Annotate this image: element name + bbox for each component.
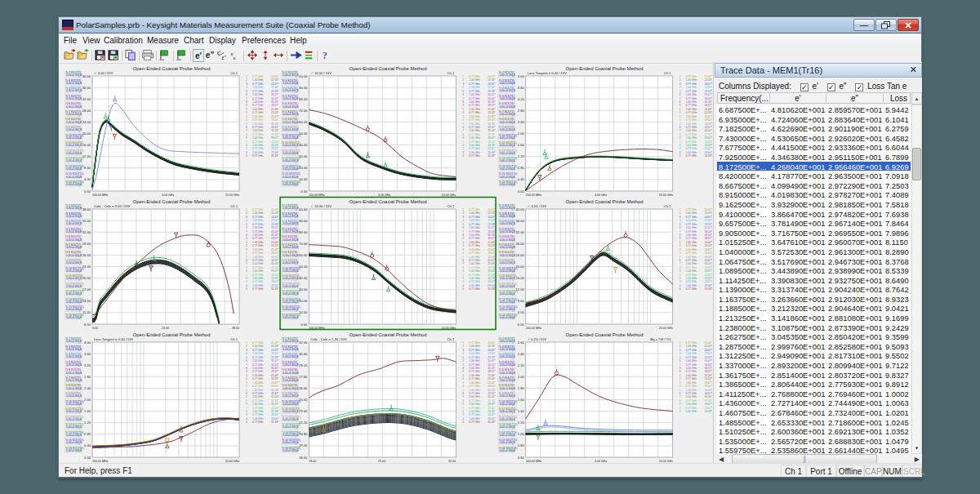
svg-text:✓: ✓ — [295, 122, 297, 125]
svg-text:4: 4 — [246, 118, 247, 122]
svg-text:32.67*: 32.67* — [488, 259, 496, 262]
svg-text:1: 1 — [679, 140, 681, 144]
svg-text:5: 5 — [679, 90, 681, 93]
svg-text:39.67*: 39.67* — [488, 269, 496, 273]
svg-text:1: 1 — [462, 274, 464, 277]
svg-text:36.33*: 36.33* — [705, 367, 713, 370]
svg-text:✓: ✓ — [295, 82, 297, 86]
svg-text:4: 4 — [679, 284, 681, 287]
svg-text:5: 5 — [462, 421, 464, 424]
svg-text:6.77 GHz: 6.77 GHz — [469, 126, 480, 129]
svg-text:32.67*: 32.67* — [488, 126, 496, 129]
svg-text:7: 7 — [462, 363, 464, 367]
svg-text:✓: ✓ — [295, 176, 297, 180]
svg-text:6.77 GHz: 6.77 GHz — [252, 223, 264, 226]
svg-text:1.00 GHz: 1.00 GHz — [686, 136, 697, 140]
svg-text:23.33*: 23.33* — [705, 111, 713, 114]
svg-text:6.77 GHz: 6.77 GHz — [686, 385, 697, 388]
svg-text:✓: ✓ — [78, 255, 81, 258]
svg-text:8: 8 — [462, 100, 464, 104]
svg-text:2: 2 — [462, 244, 464, 247]
svg-text:30.60: 30.60 — [299, 352, 308, 356]
svg-text:200.00 MHz: 200.00 MHz — [92, 194, 109, 197]
svg-text:36.33*: 36.33* — [488, 234, 496, 237]
svg-text:21.00*: 21.00* — [488, 374, 496, 377]
svg-text:✓: ✓ — [78, 412, 81, 415]
svg-text:20.00 GHz: 20.00 GHz — [659, 460, 673, 463]
svg-text:✓: ✓ — [78, 224, 81, 227]
svg-text:40.00: 40.00 — [82, 74, 91, 78]
svg-text:9: 9 — [462, 403, 464, 406]
svg-text:29.33*: 29.33* — [488, 223, 496, 226]
svg-text:0.80: 0.80 — [518, 166, 525, 170]
svg-text:✓: ✓ — [295, 419, 297, 422]
svg-text:6.77 GHz: 6.77 GHz — [469, 385, 480, 388]
svg-text:32.00: 32.00 — [299, 340, 308, 345]
svg-text:1.00 GHz: 1.00 GHz — [686, 151, 697, 154]
svg-text:1.00 GHz: 1.00 GHz — [686, 345, 697, 348]
svg-text:1: 1 — [246, 208, 247, 211]
svg-text:✓: ✓ — [295, 231, 297, 234]
svg-text:✓: ✓ — [295, 153, 297, 156]
svg-text:6.77 GHz: 6.77 GHz — [686, 223, 697, 226]
svg-text:1: 1 — [462, 108, 464, 111]
svg-text:1.00 GHz: 1.00 GHz — [252, 395, 264, 398]
svg-text:24.33*: 24.33* — [705, 277, 713, 280]
svg-text:3: 3 — [679, 82, 681, 86]
svg-text:6.77 GHz: 6.77 GHz — [252, 82, 264, 86]
svg-text:Open-Ended Coaxial Probe Metho: Open-Ended Coaxial Probe Method — [565, 199, 643, 204]
svg-text:5: 5 — [679, 356, 681, 359]
svg-text:1.00 GHz: 1.00 GHz — [469, 226, 480, 229]
svg-text:9: 9 — [246, 136, 247, 140]
svg-text:21.00*: 21.00* — [271, 374, 279, 377]
svg-text:✓: ✓ — [512, 224, 514, 227]
svg-text:1: 1 — [679, 75, 681, 78]
svg-text:8: 8 — [462, 133, 464, 136]
svg-text:8.00: 8.00 — [92, 327, 98, 330]
svg-text:1: 1 — [679, 407, 681, 410]
svg-text:9: 9 — [246, 370, 247, 373]
svg-text:1: 1 — [246, 374, 247, 377]
svg-text:34.00*: 34.00* — [705, 230, 713, 234]
svg-text:1.00 GHz: 1.00 GHz — [686, 211, 697, 215]
svg-text:Ch 1: Ch 1 — [664, 71, 672, 75]
svg-text:✓: ✓ — [78, 153, 81, 156]
svg-text:5: 5 — [462, 389, 464, 392]
svg-text:6: 6 — [246, 359, 247, 363]
svg-text:40.00: 40.00 — [299, 143, 308, 147]
svg-text:1.00 GHz: 1.00 GHz — [686, 226, 697, 229]
svg-text:31.33*: 31.33* — [271, 287, 279, 291]
svg-text:6.77 GHz: 6.77 GHz — [686, 280, 697, 283]
svg-text:1.00 GHz: 1.00 GHz — [686, 381, 697, 385]
svg-text:26.00: 26.00 — [82, 253, 91, 257]
svg-text:0.00: 0.00 — [84, 189, 91, 194]
svg-text:37.33*: 37.33* — [705, 399, 713, 403]
svg-text:6.77 GHz: 6.77 GHz — [686, 133, 697, 136]
svg-text:29.00*: 29.00* — [271, 417, 279, 421]
svg-text:24.33*: 24.33* — [705, 144, 713, 147]
svg-text:6.77 GHz: 6.77 GHz — [252, 111, 264, 114]
svg-text:Open-Ended Coaxial Probe Metho: Open-Ended Coaxial Probe Method — [349, 66, 426, 71]
svg-text:7: 7 — [462, 395, 464, 398]
svg-text:7: 7 — [679, 129, 681, 132]
svg-text:✓ 10.00 / DIV: ✓ 10.00 / DIV — [310, 71, 332, 75]
svg-text:8.00: 8.00 — [84, 166, 91, 170]
svg-text:1.20: 1.20 — [84, 421, 91, 425]
svg-text:✓: ✓ — [295, 412, 297, 415]
svg-text:6.77 GHz: 6.77 GHz — [686, 82, 697, 86]
svg-text:5: 5 — [246, 356, 247, 359]
svg-text:9: 9 — [462, 269, 464, 273]
svg-text:2.40: 2.40 — [84, 386, 91, 390]
svg-text:23.33*: 23.33* — [488, 111, 496, 114]
svg-text:1.00 GHz: 1.00 GHz — [252, 241, 264, 244]
svg-text:1.00 GHz: 1.00 GHz — [252, 115, 264, 118]
svg-text:27.80: 27.80 — [299, 375, 308, 379]
svg-text:32.67*: 32.67* — [271, 126, 279, 129]
svg-text:✓: ✓ — [78, 168, 81, 171]
svg-text:3: 3 — [462, 216, 464, 219]
svg-text:21.00*: 21.00* — [271, 108, 279, 111]
svg-text:Loss Tangent e 0.40 / DIV: Loss Tangent e 0.40 / DIV — [528, 71, 567, 75]
svg-text:60.00: 60.00 — [299, 120, 308, 124]
svg-text:23.33*: 23.33* — [488, 377, 496, 381]
svg-text:✓: ✓ — [512, 450, 514, 453]
